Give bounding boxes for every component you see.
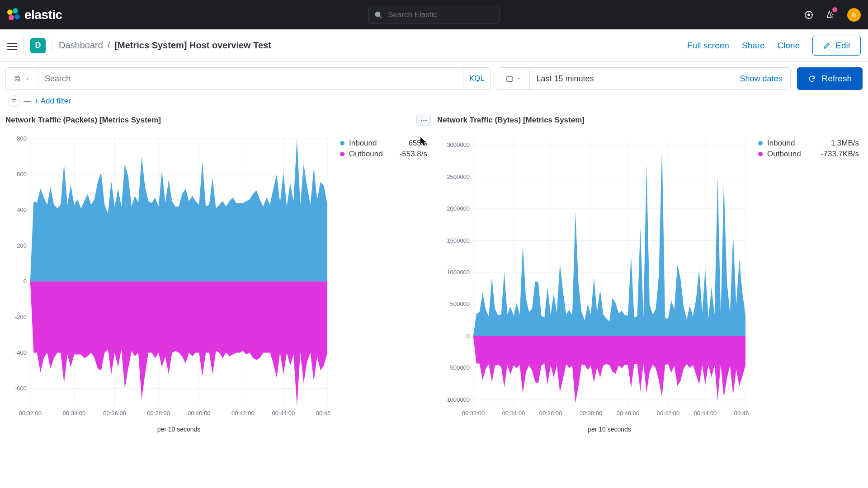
breadcrumb-sep: / <box>108 40 110 51</box>
add-filter-button[interactable]: + Add filter <box>34 97 71 106</box>
legend-item-inbound[interactable]: Inbound 655/s <box>340 139 427 148</box>
svg-rect-3 <box>507 76 512 82</box>
chart-legend: Inbound 1.3MB/s Outbound -733.7KB/s <box>749 131 863 438</box>
legend-label: Inbound <box>349 139 377 148</box>
edit-button-label: Edit <box>835 41 850 51</box>
clone-button[interactable]: Clone <box>778 41 800 51</box>
calendar-icon <box>505 75 514 83</box>
global-search-input[interactable] <box>387 10 494 20</box>
svg-text:-1000000: -1000000 <box>445 396 470 403</box>
integrations-icon[interactable] <box>804 10 814 20</box>
legend-label: Outbound <box>767 150 801 159</box>
brand-text: elastic <box>24 8 62 22</box>
svg-text:00:46:00: 00:46:00 <box>316 410 331 417</box>
legend-value: 655/s <box>408 139 427 148</box>
svg-text:-600: -600 <box>15 385 27 392</box>
show-dates-button[interactable]: Show dates <box>731 68 790 89</box>
svg-text:400: 400 <box>17 206 27 213</box>
svg-text:600: 600 <box>17 171 27 178</box>
svg-text:-200: -200 <box>15 314 27 320</box>
kql-toggle[interactable]: KQL <box>463 68 490 89</box>
legend-label: Outbound <box>349 150 383 159</box>
chart-legend: Inbound 655/s Outbound -553.8/s <box>331 131 431 438</box>
saved-queries-button[interactable] <box>6 68 38 89</box>
svg-text:200: 200 <box>17 242 27 249</box>
panel-title: Network Traffic (Bytes) [Metrics System] <box>437 116 585 125</box>
date-range-text[interactable]: Last 15 minutes <box>530 68 731 89</box>
disk-icon <box>14 75 21 82</box>
svg-text:-500000: -500000 <box>448 364 470 371</box>
svg-text:1000000: 1000000 <box>447 269 470 276</box>
svg-text:00:40:00: 00:40:00 <box>617 410 640 417</box>
search-icon <box>374 11 382 19</box>
legend-dot-icon <box>340 141 344 145</box>
divider <box>24 38 24 53</box>
nav-toggle-button[interactable] <box>7 41 17 51</box>
legend-item-inbound[interactable]: Inbound 1.3MB/s <box>758 139 859 148</box>
elastic-logo-icon <box>7 8 21 22</box>
panel-menu-button[interactable] <box>416 115 431 126</box>
date-picker-button[interactable] <box>497 68 530 89</box>
filter-menu-button[interactable] <box>8 95 20 107</box>
svg-text:00:36:00: 00:36:00 <box>539 410 562 417</box>
share-button[interactable]: Share <box>742 41 765 51</box>
svg-text:per 10 seconds: per 10 seconds <box>588 426 631 433</box>
svg-text:00:44:00: 00:44:00 <box>272 410 295 417</box>
chart-bytes[interactable]: -1000000-5000000500000100000015000002000… <box>437 131 749 438</box>
page-header: D Dashboard / [Metrics System] Host over… <box>0 29 868 62</box>
news-feed-button[interactable] <box>826 9 835 21</box>
legend-label: Inbound <box>767 139 795 148</box>
refresh-label: Refresh <box>821 74 852 84</box>
legend-item-outbound[interactable]: Outbound -553.8/s <box>340 150 427 159</box>
svg-text:00:38:00: 00:38:00 <box>147 410 170 417</box>
query-bar: KQL Last 15 minutes Show dates Refresh <box>0 62 868 95</box>
refresh-icon <box>808 75 816 83</box>
notification-dot <box>832 7 837 12</box>
legend-dot-icon <box>758 141 763 145</box>
svg-text:00:42:00: 00:42:00 <box>657 410 680 417</box>
chevron-down-icon <box>24 75 31 82</box>
svg-text:2000000: 2000000 <box>447 205 470 212</box>
filter-bar: — + Add filter <box>0 95 868 113</box>
global-search[interactable] <box>368 6 500 24</box>
svg-text:00:32:00: 00:32:00 <box>462 410 485 417</box>
query-input[interactable] <box>38 68 463 89</box>
legend-dot-icon <box>758 152 763 156</box>
svg-text:00:32:00: 00:32:00 <box>19 410 42 417</box>
panel-packets: Network Traffic (Packets) [Metrics Syste… <box>5 113 431 438</box>
svg-text:per 10 seconds: per 10 seconds <box>157 426 201 433</box>
elastic-logo[interactable]: elastic <box>7 8 62 22</box>
svg-text:00:46:00: 00:46:00 <box>734 410 749 417</box>
svg-text:800: 800 <box>17 135 27 142</box>
svg-text:0: 0 <box>24 278 27 285</box>
panel-title: Network Traffic (Packets) [Metrics Syste… <box>5 116 161 125</box>
refresh-button[interactable]: Refresh <box>797 67 863 90</box>
svg-text:00:44:00: 00:44:00 <box>694 410 717 417</box>
chart-packets[interactable]: -600-400-200020040060080000:32:0000:34:0… <box>5 131 331 438</box>
user-avatar[interactable]: e <box>847 8 861 22</box>
svg-text:500000: 500000 <box>450 300 470 307</box>
svg-point-2 <box>807 14 810 16</box>
breadcrumb-root[interactable]: Dashboard <box>59 40 103 51</box>
panel-bytes: Network Traffic (Bytes) [Metrics System]… <box>437 113 863 438</box>
svg-text:00:42:00: 00:42:00 <box>231 410 255 417</box>
dashboard-panels: Network Traffic (Packets) [Metrics Syste… <box>0 113 868 451</box>
legend-value: 1.3MB/s <box>831 139 859 148</box>
chevron-down-icon <box>516 76 522 81</box>
legend-value: -553.8/s <box>400 150 427 159</box>
svg-text:2500000: 2500000 <box>447 174 470 180</box>
svg-text:00:34:00: 00:34:00 <box>502 410 525 417</box>
legend-value: -733.7KB/s <box>821 150 859 159</box>
legend-item-outbound[interactable]: Outbound -733.7KB/s <box>758 150 859 159</box>
full-screen-button[interactable]: Full screen <box>687 41 729 51</box>
global-header: elastic e <box>0 0 868 29</box>
edit-button[interactable]: Edit <box>812 36 861 56</box>
svg-text:1500000: 1500000 <box>447 237 470 244</box>
app-badge[interactable]: D <box>30 38 46 53</box>
svg-text:00:40:00: 00:40:00 <box>188 410 211 417</box>
svg-point-0 <box>375 12 380 17</box>
query-field: KQL <box>5 67 491 90</box>
svg-text:0: 0 <box>467 333 470 339</box>
legend-dot-icon <box>340 152 344 156</box>
svg-text:00:36:00: 00:36:00 <box>103 410 126 417</box>
